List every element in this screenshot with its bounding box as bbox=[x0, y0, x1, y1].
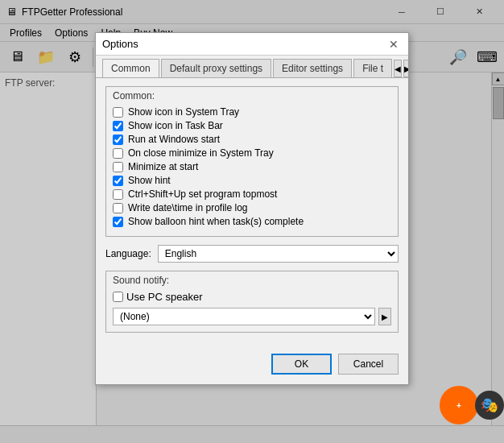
checkbox-topmost: Ctrl+Shift+Up set program topmost bbox=[113, 188, 391, 200]
checkbox-task-bar-input[interactable] bbox=[113, 121, 123, 131]
checkbox-pc-speaker-input[interactable] bbox=[113, 292, 123, 302]
watermark: + 🎭 bbox=[440, 385, 504, 425]
tab-proxy[interactable]: Default proxy settings bbox=[161, 59, 271, 77]
sound-group-label: Sound notify: bbox=[113, 275, 391, 286]
checkbox-show-hint-input[interactable] bbox=[113, 176, 123, 186]
checkbox-datetime-log: Write date\time in profile log bbox=[113, 202, 391, 213]
checkbox-task-bar: Show icon in Task Bar bbox=[113, 120, 391, 131]
watermark-circle: + bbox=[440, 386, 478, 424]
tab-common[interactable]: Common bbox=[102, 59, 159, 78]
checkbox-balloon-hint: Show balloon hint when task(s) complete bbox=[113, 216, 391, 227]
checkbox-topmost-label: Ctrl+Shift+Up set program topmost bbox=[128, 188, 277, 200]
sound-select[interactable]: (None) Beep Chime bbox=[113, 308, 375, 325]
checkbox-system-tray-label: Show icon in System Tray bbox=[128, 106, 239, 118]
checkbox-windows-start-label: Run at Windows start bbox=[128, 134, 220, 145]
language-row: Language: English Russian German French bbox=[105, 245, 399, 263]
checkbox-minimize-start-label: Minimize at start bbox=[128, 161, 198, 172]
checkbox-windows-start: Run at Windows start bbox=[113, 134, 391, 145]
checkbox-datetime-log-input[interactable] bbox=[113, 203, 123, 213]
checkbox-show-hint-label: Show hint bbox=[128, 175, 171, 186]
checkbox-windows-start-input[interactable] bbox=[113, 135, 123, 145]
watermark-face-icon: 🎭 bbox=[481, 396, 498, 414]
sound-row: Use PC speaker bbox=[113, 291, 391, 303]
dialog-title-bar: Options ✕ bbox=[96, 33, 408, 56]
watermark-face: 🎭 bbox=[475, 391, 504, 420]
tab-file[interactable]: File t bbox=[353, 59, 392, 77]
sound-group: Sound notify: Use PC speaker (None) Beep… bbox=[105, 271, 399, 333]
checkbox-datetime-log-label: Write date\time in profile log bbox=[128, 202, 248, 213]
checkbox-system-tray: Show icon in System Tray bbox=[113, 106, 391, 118]
checkbox-task-bar-label: Show icon in Task Bar bbox=[128, 120, 223, 131]
dialog-content: Common: Show icon in System Tray Show ic… bbox=[96, 78, 408, 349]
checkbox-minimize-start: Minimize at start bbox=[113, 161, 391, 172]
common-group: Common: Show icon in System Tray Show ic… bbox=[105, 86, 399, 237]
language-select[interactable]: English Russian German French bbox=[158, 245, 399, 263]
sound-select-row: (None) Beep Chime ▶ bbox=[113, 308, 391, 325]
options-dialog: Options ✕ Common Default proxy settings … bbox=[95, 32, 409, 385]
tab-nav-next[interactable]: ▶ bbox=[403, 60, 408, 77]
checkbox-balloon-hint-label: Show balloon hint when task(s) complete bbox=[128, 216, 304, 227]
dialog-overlay: Options ✕ Common Default proxy settings … bbox=[0, 0, 504, 443]
tab-editor[interactable]: Editor settings bbox=[273, 59, 352, 77]
dialog-close-button[interactable]: ✕ bbox=[386, 36, 402, 52]
common-group-label: Common: bbox=[113, 90, 391, 101]
checkbox-minimize-start-input[interactable] bbox=[113, 162, 123, 172]
dialog-title: Options bbox=[102, 38, 138, 50]
checkbox-show-hint: Show hint bbox=[113, 175, 391, 186]
tab-nav-prev[interactable]: ◀ bbox=[394, 60, 402, 77]
dialog-buttons: OK Cancel bbox=[96, 349, 408, 384]
checkbox-system-tray-input[interactable] bbox=[113, 107, 123, 118]
checkbox-close-minimize-label: On close minimize in System Tray bbox=[128, 147, 274, 159]
checkbox-balloon-hint-input[interactable] bbox=[113, 217, 123, 227]
checkbox-pc-speaker-label: Use PC speaker bbox=[126, 291, 203, 303]
checkbox-topmost-input[interactable] bbox=[113, 189, 123, 200]
ok-button[interactable]: OK bbox=[271, 354, 332, 375]
checkbox-close-minimize: On close minimize in System Tray bbox=[113, 147, 391, 159]
play-button[interactable]: ▶ bbox=[378, 308, 391, 325]
dialog-tabs: Common Default proxy settings Editor set… bbox=[96, 56, 408, 78]
cancel-button[interactable]: Cancel bbox=[338, 354, 399, 375]
checkbox-close-minimize-input[interactable] bbox=[113, 148, 123, 159]
watermark-text: + bbox=[456, 401, 461, 410]
language-label: Language: bbox=[105, 248, 151, 259]
